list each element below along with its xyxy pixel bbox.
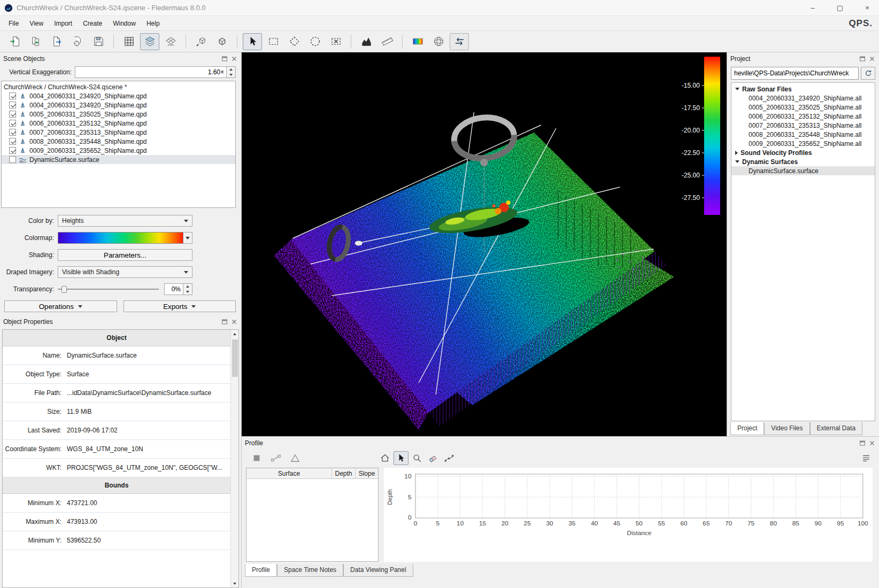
scroll-up-button[interactable]: [231, 330, 239, 338]
menu-help[interactable]: Help: [141, 18, 165, 29]
scene-object-row[interactable]: 0007_20060331_235313_ShipName.qpd: [2, 128, 235, 137]
tab-space-time-notes[interactable]: Space Time Notes: [277, 564, 343, 577]
vertical-exaggeration-input[interactable]: [75, 66, 227, 78]
scene-object-row[interactable]: 0004_20060331_234920_ShipName.qpd: [2, 100, 235, 110]
scroll-down-button[interactable]: [231, 579, 239, 587]
ring-handle[interactable]: [480, 159, 488, 166]
tab-profile[interactable]: Profile: [245, 564, 277, 577]
surface-view-button[interactable]: [140, 33, 159, 50]
project-tree[interactable]: Raw Sonar Files 0004_20060331_234920_Shi…: [731, 82, 875, 421]
vertical-scrollbar[interactable]: [230, 330, 238, 587]
add-file-button[interactable]: [26, 33, 45, 50]
exports-dropdown[interactable]: Exports: [124, 300, 236, 312]
visibility-checkbox[interactable]: [9, 92, 16, 99]
chevron-down-icon[interactable]: [735, 88, 739, 90]
visibility-checkbox[interactable]: [9, 111, 16, 118]
histogram-button[interactable]: [357, 33, 376, 50]
tab-external-data[interactable]: External Data: [810, 422, 863, 435]
polygon-select-button[interactable]: [284, 33, 304, 50]
color-by-dropdown[interactable]: Heights: [58, 215, 192, 227]
scrollbar-thumb[interactable]: [232, 339, 238, 377]
lasso-select-button[interactable]: [305, 33, 325, 50]
grid-view-button[interactable]: [119, 33, 138, 50]
tree-file-row[interactable]: 0009_20060331_235652_ShipName.all: [731, 139, 875, 148]
scene-object-row[interactable]: 0008_20060331_235448_ShipName.qpd: [2, 137, 235, 146]
tree-file-row-selected[interactable]: DynamicSurface.surface: [731, 166, 875, 175]
scene-object-row-selected[interactable]: DynamicSurface.surface: [2, 155, 235, 164]
tree-file-row[interactable]: 0008_20060331_235448_ShipName.all: [731, 130, 875, 139]
slider-handle[interactable]: [61, 286, 67, 293]
tab-project[interactable]: Project: [730, 422, 764, 435]
column-slope[interactable]: Slope: [356, 468, 378, 478]
erase-button[interactable]: [426, 451, 441, 465]
profile-chart-canvas[interactable]: 10 5 0 0 5 10 15 20 25 30 35: [384, 469, 873, 549]
save-button[interactable]: [89, 33, 108, 50]
colormap-gradient[interactable]: [58, 232, 183, 244]
profile-cursor-button[interactable]: [394, 451, 408, 465]
tree-group-raw-sonar[interactable]: Raw Sonar Files: [731, 84, 875, 94]
project-path-input[interactable]: [731, 67, 859, 80]
visibility-checkbox[interactable]: [9, 147, 16, 154]
bounding-cube-button[interactable]: [212, 33, 232, 50]
close-button[interactable]: ×: [855, 0, 879, 16]
rect-select-button[interactable]: [264, 33, 283, 50]
refresh-button[interactable]: [861, 67, 875, 80]
area-tool-button[interactable]: [249, 451, 264, 465]
notes-list-button[interactable]: [859, 451, 874, 465]
menu-create[interactable]: Create: [78, 18, 107, 29]
scene-object-row[interactable]: 0004_20060331_234920_ShipName.qpd: [2, 91, 235, 100]
scene-3d-view[interactable]: -15.00 -17.50 -20.00 -22.50 -25.00 -27.5…: [242, 52, 727, 436]
colormap-dropdown[interactable]: [183, 232, 192, 244]
scene-tree-root[interactable]: ChurchWreck / ChurchWreck-S24.qscene *: [2, 82, 235, 91]
float-panel-button[interactable]: [221, 318, 228, 326]
scene-objects-tree[interactable]: ChurchWreck / ChurchWreck-S24.qscene * 0…: [1, 81, 236, 208]
visibility-checkbox[interactable]: [9, 102, 16, 109]
shading-parameters-button[interactable]: Parameters...: [58, 249, 192, 261]
swap-view-button[interactable]: [450, 33, 469, 50]
profile-chart[interactable]: 10 5 0 0 5 10 15 20 25 30 35: [384, 468, 873, 562]
home-button[interactable]: [377, 451, 392, 465]
visibility-checkbox[interactable]: [9, 138, 16, 145]
float-panel-button[interactable]: [859, 55, 866, 63]
vertical-exaggeration-stepper[interactable]: [227, 66, 236, 78]
visibility-checkbox[interactable]: [9, 129, 16, 136]
scene-object-row[interactable]: 0009_20060331_235652_ShipName.qpd: [2, 146, 235, 155]
profile-line-button[interactable]: [268, 451, 283, 465]
clear-selection-button[interactable]: [326, 33, 345, 50]
menu-view[interactable]: View: [24, 18, 49, 29]
tree-group-dynamic-surfaces[interactable]: Dynamic Surfaces: [731, 157, 875, 166]
transparency-stepper[interactable]: [183, 283, 192, 295]
scene-object-row[interactable]: 0006_20060331_235132_ShipName.qpd: [2, 119, 235, 128]
operations-dropdown[interactable]: Operations: [4, 300, 117, 312]
tree-file-row[interactable]: 0006_20060331_235132_ShipName.all: [731, 112, 875, 121]
column-surface[interactable]: Surface: [246, 468, 332, 478]
tab-data-viewing-panel[interactable]: Data Viewing Panel: [343, 564, 413, 577]
mesh-button[interactable]: [429, 33, 448, 50]
scene-3d-canvas[interactable]: -15.00 -17.50 -20.00 -22.50 -25.00 -27.5…: [242, 52, 727, 436]
select-3d-button[interactable]: [191, 33, 211, 50]
menu-window[interactable]: Window: [107, 18, 141, 29]
transparency-slider[interactable]: [58, 283, 159, 295]
colormap-button[interactable]: [408, 33, 427, 50]
tree-file-row[interactable]: 0005_20060331_235025_ShipName.all: [731, 103, 875, 112]
visibility-checkbox[interactable]: [9, 120, 16, 127]
close-panel-button[interactable]: [230, 318, 238, 326]
maximize-button[interactable]: ▢: [828, 0, 852, 16]
chevron-right-icon[interactable]: [735, 151, 738, 155]
tree-group-svp[interactable]: Sound Velocity Profiles: [731, 148, 875, 157]
menu-file[interactable]: File: [3, 18, 24, 29]
float-panel-button[interactable]: [859, 439, 866, 447]
scene-view-button[interactable]: [161, 33, 180, 50]
tab-video-files[interactable]: Video Files: [764, 422, 809, 435]
menu-import[interactable]: Import: [49, 18, 78, 29]
draped-imagery-dropdown[interactable]: Visible with Shading: [58, 266, 192, 278]
close-panel-button[interactable]: [868, 439, 876, 447]
float-panel-button[interactable]: [221, 55, 228, 63]
measure-button[interactable]: [377, 33, 397, 50]
tree-file-row[interactable]: 0004_20060331_234920_ShipName.all: [731, 94, 875, 103]
cursor-tool-button[interactable]: [243, 33, 262, 50]
minimize-button[interactable]: –: [801, 0, 824, 16]
column-depth[interactable]: Depth: [332, 468, 356, 478]
triangle-tool-button[interactable]: [288, 451, 303, 465]
chevron-down-icon[interactable]: [735, 160, 739, 163]
